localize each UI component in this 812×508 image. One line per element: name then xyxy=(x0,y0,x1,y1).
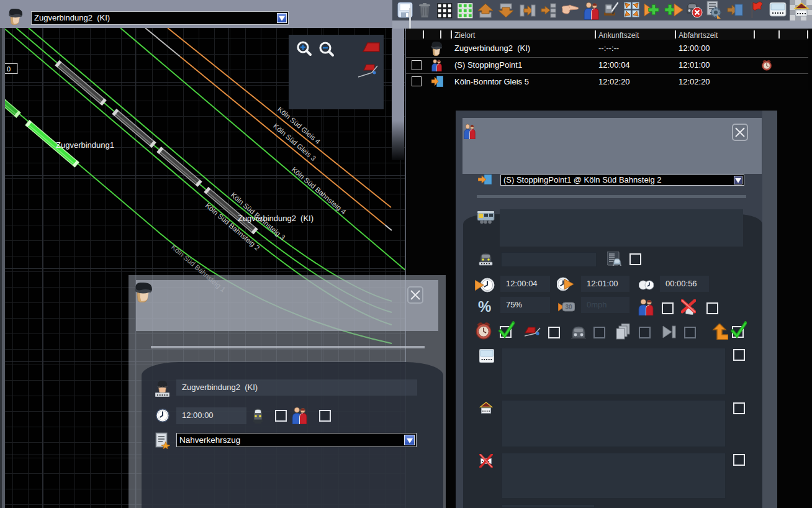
svg-text:0: 0 xyxy=(7,66,11,73)
svg-text:Zugverbindung1: Zugverbindung1 xyxy=(56,140,114,150)
svg-text:30: 30 xyxy=(565,304,572,311)
svg-text:Zugverbindung2 (KI): Zugverbindung2 (KI) xyxy=(238,214,314,223)
